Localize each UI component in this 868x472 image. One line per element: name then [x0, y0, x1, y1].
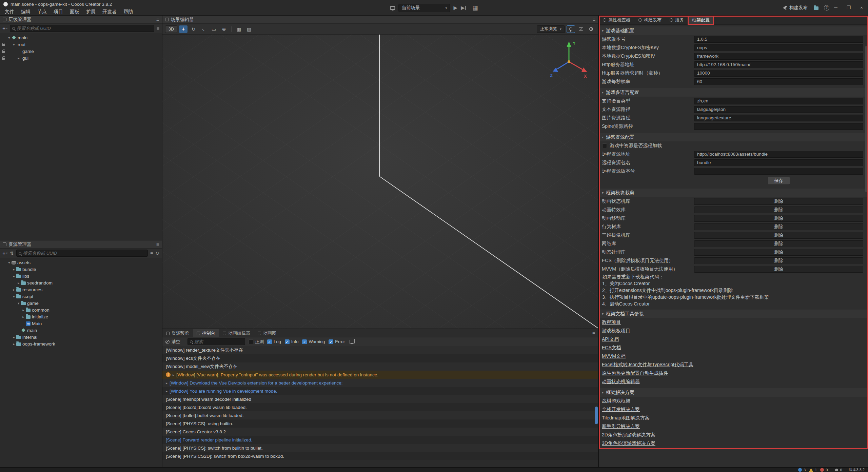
grid-tool-button[interactable]: ▤ — [245, 25, 253, 33]
refresh-icon[interactable]: ↻ — [155, 251, 159, 256]
hierarchy-node-root[interactable]: ▾root — [0, 41, 162, 48]
section-header[interactable]: ▾游戏资源配置 — [599, 133, 868, 141]
checkbox-icon[interactable] — [249, 339, 253, 344]
console-tab-3[interactable]: 动画编辑器 — [219, 329, 254, 337]
maximize-button[interactable]: ❐ — [842, 0, 855, 16]
filter-info[interactable]: ✓Info — [285, 339, 299, 344]
asset-node-main[interactable]: main — [0, 327, 162, 334]
error-status-icon[interactable] — [820, 468, 824, 472]
asset-node-bundle[interactable]: ▸bundle — [0, 266, 162, 273]
asset-node-seedrandom[interactable]: ▸seedrandom — [0, 279, 162, 286]
filter-log[interactable]: ✓Log — [267, 339, 281, 344]
hierarchy-node-gui[interactable]: ▸gui — [0, 55, 162, 61]
doc-link[interactable]: 游戏模板项目 — [602, 328, 630, 334]
scene-select[interactable]: 当前场景 ▾ — [398, 4, 450, 12]
console-line[interactable]: [Scene] [box2d]:box2d wasm lib loaded. — [162, 403, 598, 411]
section-header[interactable]: ▾框架文档工具链接 — [599, 310, 868, 318]
console-line[interactable]: [Scene] Forward render pipeline initiali… — [162, 436, 598, 444]
hierarchy-node-game[interactable]: game — [0, 48, 162, 55]
save-button[interactable]: 保存 — [768, 177, 790, 185]
caret-icon[interactable]: ▾ — [7, 36, 12, 40]
field-input[interactable] — [694, 106, 863, 113]
console-search[interactable] — [188, 338, 245, 345]
caret-icon[interactable]: ▸ — [12, 274, 16, 278]
checkbox-icon[interactable]: ✓ — [285, 339, 290, 344]
gizmo-x-axis[interactable] — [569, 62, 587, 72]
caret-icon[interactable]: ▸ — [21, 315, 26, 319]
doc-link[interactable]: ECS文档 — [602, 345, 621, 351]
step-button[interactable]: ▶ — [461, 5, 466, 11]
caret-icon[interactable]: ▾ — [16, 301, 21, 305]
asset-node-internal[interactable]: ▸internal — [0, 334, 162, 340]
regex-toggle[interactable]: 正则 — [249, 339, 264, 345]
asset-node-game[interactable]: ▾game — [0, 300, 162, 307]
delete-button[interactable]: 删除 — [694, 257, 863, 264]
console-line[interactable]: ▸[Window] Download the Vue Devtools exte… — [162, 379, 598, 387]
field-input[interactable] — [694, 115, 863, 121]
field-input[interactable] — [694, 168, 863, 175]
gizmo-y-axis[interactable] — [567, 41, 571, 62]
asset-node-common[interactable]: ▸common — [0, 307, 162, 313]
caret-icon[interactable]: ▸ — [12, 342, 16, 346]
asset-node-Main[interactable]: TSMain — [0, 320, 162, 327]
menu-item-2[interactable]: 编辑 — [18, 8, 34, 15]
doc-link[interactable]: 3D角色扮演游戏解决方案 — [602, 440, 655, 447]
asset-node-libs[interactable]: ▸libs — [0, 273, 162, 279]
delete-button[interactable]: 删除 — [694, 223, 863, 230]
caret-icon[interactable]: ▸ — [12, 267, 16, 271]
field-input[interactable] — [694, 70, 863, 77]
chevron-down-icon[interactable]: ▾ — [602, 29, 604, 33]
inspector-tab-4[interactable]: 框架配置 — [688, 16, 714, 24]
doc-link[interactable]: 新手引导解决方案 — [602, 424, 640, 430]
scale-tool-button[interactable]: ↔ — [199, 25, 208, 33]
inspector-scrollbar[interactable] — [865, 46, 868, 192]
checkbox-icon[interactable]: ✓ — [267, 339, 272, 344]
caret-icon[interactable]: ▸ — [16, 281, 21, 285]
lock-icon[interactable] — [2, 51, 5, 53]
filter-icon[interactable]: ≡ — [157, 26, 159, 31]
add-asset-button[interactable]: +▾ — [2, 250, 7, 256]
field-input[interactable] — [694, 98, 863, 104]
camera-settings-button[interactable] — [577, 25, 585, 33]
expand-caret-icon[interactable]: ▸ — [166, 381, 167, 385]
hierarchy-search-input[interactable] — [17, 26, 152, 31]
menu-item-7[interactable]: 开发者 — [99, 8, 120, 15]
doc-link[interactable]: Tiledmap地图解决方案 — [602, 415, 650, 421]
console-line[interactable]: [Window] model_view文件夹不存在 — [162, 362, 598, 371]
menu-item-3[interactable]: 节点 — [34, 8, 50, 15]
console-line[interactable]: [Scene] [bullet]:bullet wasm lib loaded. — [162, 411, 598, 419]
section-header[interactable]: ▾框架模块裁剪 — [599, 189, 868, 197]
delete-button[interactable]: 删除 — [694, 198, 863, 205]
sort-icon[interactable]: ⇅ — [10, 251, 14, 256]
assets-search-input[interactable] — [23, 251, 145, 256]
console-tab-2[interactable]: 控制台 — [193, 329, 219, 337]
console-search-input[interactable] — [194, 339, 243, 344]
minimize-button[interactable]: ─ — [829, 0, 842, 16]
console-scrollbar[interactable] — [595, 407, 598, 424]
doc-link[interactable]: 教程项目 — [602, 319, 621, 326]
caret-icon[interactable]: ▸ — [12, 288, 16, 292]
delete-button[interactable]: 删除 — [694, 249, 863, 256]
checkbox-icon[interactable]: ✓ — [329, 339, 333, 344]
menu-item-1[interactable]: 文件 — [1, 8, 18, 15]
console-line[interactable]: [Scene] Cocos Creator v3.8.2 — [162, 428, 598, 436]
doc-link[interactable]: MVVM文档 — [602, 353, 626, 359]
warning-status-icon[interactable] — [809, 468, 813, 472]
doc-link[interactable]: 原生包热更新配置自动生成插件 — [602, 370, 668, 376]
caret-icon[interactable]: ▾ — [12, 294, 16, 298]
doc-link[interactable]: 2D角色扮演游戏解决方案 — [602, 432, 655, 438]
field-input[interactable] — [694, 53, 863, 60]
console-line[interactable]: [Scene] [PHYSICS]: switch from builtin t… — [162, 444, 598, 452]
folder-icon[interactable] — [814, 6, 818, 10]
console-line[interactable]: [Window] ecs文件夹不存在 — [162, 354, 598, 362]
expand-caret-icon[interactable]: ▸ — [173, 373, 174, 377]
console-tab-4[interactable]: 动画图 — [254, 329, 280, 337]
scene-viewport[interactable]: Y X Z — [162, 35, 598, 329]
gizmo-z-axis[interactable] — [553, 62, 569, 72]
console-line[interactable]: [Scene] meshopt wasm decoder initialized — [162, 395, 598, 403]
asset-node-initialize[interactable]: ▸initialize — [0, 313, 162, 320]
delete-button[interactable]: 删除 — [694, 215, 863, 222]
preview-device-icon[interactable] — [390, 6, 395, 10]
checkbox-icon[interactable] — [602, 143, 607, 148]
chevron-down-icon[interactable]: ▾ — [602, 91, 604, 94]
